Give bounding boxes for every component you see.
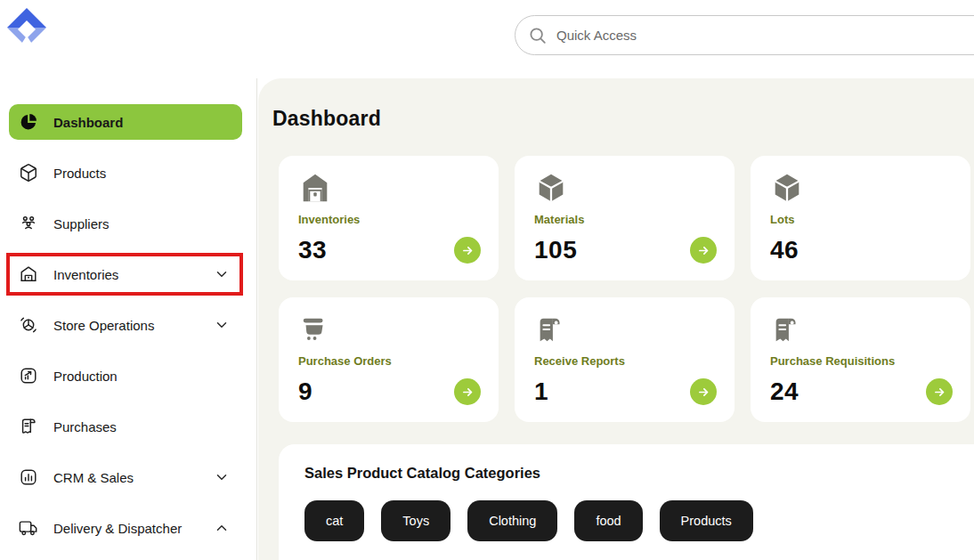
- stat-card-value: 33: [298, 236, 327, 264]
- sidebar-item-crm-sales[interactable]: CRM & Sales: [9, 459, 242, 495]
- category-pills: cat Toys Clothing food Products: [304, 500, 974, 541]
- sidebar-item-label: CRM & Sales: [53, 470, 199, 485]
- sidebar-item-purchases[interactable]: Purchases: [9, 409, 242, 444]
- stat-card-label: Receive Reports: [534, 354, 717, 368]
- category-pill-food[interactable]: food: [574, 500, 642, 541]
- chevron-up-icon: [214, 520, 230, 536]
- package-icon: [19, 163, 38, 183]
- stat-card-value: 9: [298, 377, 312, 406]
- pie-chart-icon: [19, 112, 38, 132]
- category-pill-products[interactable]: Products: [660, 500, 753, 541]
- stat-card-label: Lots: [770, 213, 953, 226]
- operations-icon: [19, 315, 38, 335]
- chevron-down-icon: [214, 469, 230, 485]
- chevron-down-icon: [214, 266, 230, 282]
- receipt-icon: [19, 417, 38, 436]
- arrow-button[interactable]: [926, 378, 953, 405]
- cube-icon: [534, 171, 568, 205]
- sidebar-item-label: Purchases: [53, 419, 230, 434]
- stat-card-purchase-requisitions: Purchase Requisitions 24: [751, 297, 970, 422]
- stat-card-value: 105: [534, 236, 577, 264]
- arrow-button[interactable]: [690, 237, 717, 264]
- main-panel: Dashboard Inventories 33 Materials 105: [258, 78, 974, 560]
- category-pill-toys[interactable]: Toys: [381, 500, 450, 541]
- category-pill-cat[interactable]: cat: [304, 500, 364, 541]
- app-logo[interactable]: [7, 6, 46, 51]
- stat-card-purchase-orders: Purchase Orders 9: [279, 297, 499, 422]
- stat-card-materials: Materials 105: [515, 156, 735, 280]
- catalog-section: Sales Product Catalog Categories cat Toy…: [279, 444, 974, 560]
- chevron-down-icon: [214, 317, 230, 333]
- sidebar-item-store-operations[interactable]: Store Operations: [9, 307, 242, 343]
- quick-access-search: [515, 15, 974, 55]
- sidebar: Dashboard Products Suppliers Inventories: [0, 0, 258, 560]
- sidebar-item-label: Inventories: [53, 267, 199, 282]
- people-icon: [19, 214, 38, 233]
- arrow-button[interactable]: [454, 378, 481, 405]
- receipt-icon: [770, 312, 804, 346]
- sidebar-item-dashboard[interactable]: Dashboard: [9, 104, 242, 140]
- search-icon: [528, 26, 548, 45]
- sidebar-item-products[interactable]: Products: [9, 155, 242, 191]
- stat-card-label: Materials: [534, 213, 717, 226]
- sidebar-item-label: Store Operations: [53, 318, 199, 333]
- stat-card-label: Purchase Orders: [298, 354, 481, 368]
- production-icon: [19, 366, 38, 386]
- stat-card-value: 46: [770, 236, 799, 264]
- sidebar-item-suppliers[interactable]: Suppliers: [9, 206, 242, 241]
- stat-cards-grid: Inventories 33 Materials 105: [279, 156, 970, 422]
- arrow-button[interactable]: [690, 378, 717, 405]
- sidebar-divider: [256, 78, 257, 560]
- catalog-title: Sales Product Catalog Categories: [304, 465, 974, 482]
- truck-icon: [19, 518, 38, 538]
- sidebar-item-label: Products: [53, 166, 230, 181]
- bar-chart-icon: [19, 467, 38, 487]
- stat-card-value: 1: [534, 377, 548, 406]
- stat-card-inventories: Inventories 33: [279, 156, 499, 280]
- warehouse-icon: [298, 171, 332, 205]
- stat-card-label: Purchase Requisitions: [770, 354, 953, 368]
- sidebar-item-production[interactable]: Production: [9, 358, 242, 394]
- sidebar-item-inventories[interactable]: Inventories: [9, 256, 242, 292]
- sidebar-item-label: Delivery & Dispatcher: [53, 521, 199, 536]
- stat-card-lots: Lots 46: [751, 156, 970, 280]
- stat-card-receive-reports: Receive Reports 1: [515, 297, 735, 422]
- warehouse-icon: [19, 264, 38, 284]
- stat-card-value: 24: [770, 377, 799, 406]
- category-pill-clothing[interactable]: Clothing: [467, 500, 557, 541]
- sidebar-nav: Dashboard Products Suppliers Inventories: [9, 104, 242, 560]
- page-title: Dashboard: [272, 107, 974, 131]
- sidebar-item-label: Dashboard: [53, 115, 230, 130]
- stat-card-label: Inventories: [298, 213, 481, 226]
- receipt-icon: [534, 312, 568, 346]
- cart-icon: [298, 312, 332, 346]
- search-input[interactable]: [556, 28, 974, 43]
- sidebar-item-delivery-dispatcher[interactable]: Delivery & Dispatcher: [9, 510, 242, 546]
- cube-icon: [770, 171, 804, 205]
- arrow-button[interactable]: [454, 237, 481, 264]
- sidebar-item-label: Production: [53, 369, 230, 384]
- sidebar-item-label: Suppliers: [53, 216, 230, 231]
